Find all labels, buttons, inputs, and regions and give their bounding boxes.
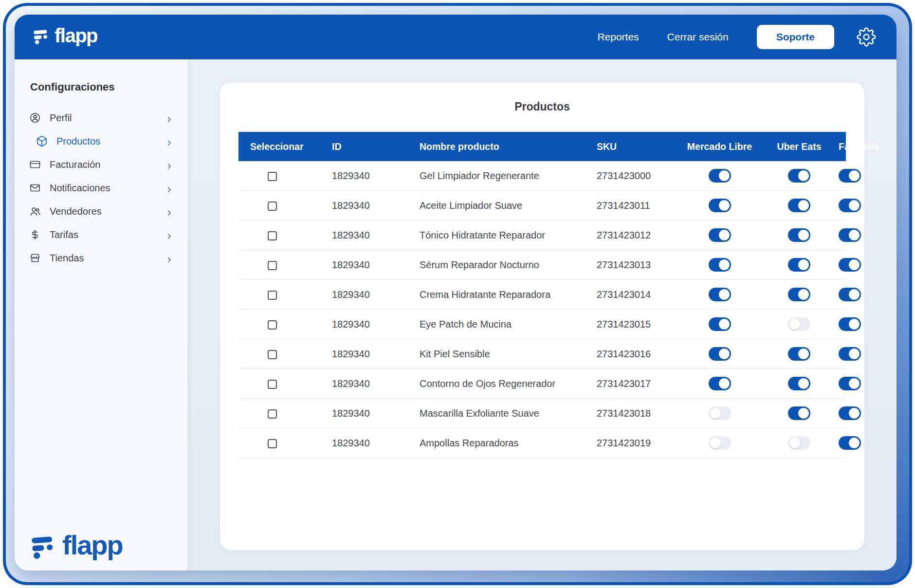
cell-uber-eats [760, 310, 839, 339]
sidebar-item-notificaciones[interactable]: Notificaciones [15, 176, 187, 200]
row-checkbox[interactable] [268, 350, 277, 359]
cell-falabella [839, 220, 846, 250]
toggle-falabella[interactable] [839, 436, 861, 450]
cell-product-name: Kit Piel Sensible [405, 339, 585, 369]
toggle-uber-eats[interactable] [788, 228, 810, 242]
cell-select [238, 428, 318, 458]
cell-select [238, 339, 318, 369]
cell-sku: 2731423017 [585, 369, 679, 399]
header-brand-logo[interactable]: flapp [32, 26, 97, 48]
toggle-falabella[interactable] [839, 228, 861, 242]
toggle-mercado-libre[interactable] [709, 199, 731, 212]
toggle-falabella[interactable] [839, 406, 861, 420]
column-header-seleccionar: Seleccionar [238, 132, 318, 161]
cell-id: 1829340 [318, 161, 405, 191]
cell-uber-eats [760, 250, 839, 280]
toggle-uber-eats[interactable] [788, 347, 810, 361]
toggle-knob [849, 200, 860, 211]
cell-sku: 2731423013 [585, 250, 679, 280]
toggle-mercado-libre[interactable] [709, 406, 731, 420]
sidebar-item-tarifas[interactable]: Tarifas [15, 223, 187, 246]
cell-select [238, 280, 318, 310]
products-table: SeleccionarIDNombre productoSKUMercado L… [238, 132, 846, 458]
toggle-mercado-libre[interactable] [709, 377, 731, 390]
toggle-mercado-libre[interactable] [709, 347, 731, 361]
toggle-uber-eats[interactable] [788, 288, 810, 301]
toggle-falabella[interactable] [839, 347, 861, 361]
cell-id: 1829340 [318, 250, 405, 280]
toggle-knob [719, 200, 730, 211]
cell-mercado-libre [679, 399, 760, 428]
toggle-uber-eats[interactable] [788, 377, 810, 390]
toggle-mercado-libre[interactable] [709, 436, 731, 450]
sidebar-item-tiendas[interactable]: Tiendas [15, 246, 187, 270]
frame-background: flapp Reportes Cerrar sesión Soporte [6, 6, 909, 582]
toggle-falabella[interactable] [839, 258, 861, 272]
cell-select [238, 250, 318, 280]
toggle-knob [849, 289, 860, 300]
sidebar-item-facturacion[interactable]: Facturación [15, 153, 187, 176]
row-checkbox[interactable] [268, 202, 277, 211]
toggle-uber-eats[interactable] [788, 199, 810, 212]
cell-mercado-libre [679, 250, 760, 280]
cell-falabella [839, 280, 846, 310]
cell-id: 1829340 [318, 339, 405, 369]
toggle-mercado-libre[interactable] [709, 258, 731, 272]
cell-falabella [839, 161, 846, 191]
toggle-knob [789, 438, 800, 448]
toggle-falabella[interactable] [839, 199, 861, 212]
row-checkbox[interactable] [268, 409, 277, 419]
table-row: 1829340Kit Piel Sensible2731423016 [238, 339, 846, 369]
toggle-falabella[interactable] [839, 377, 861, 390]
sidebar-item-perfil[interactable]: Perfil [15, 106, 187, 129]
cell-product-name: Gel Limpiador Regenerante [405, 161, 585, 191]
toggle-mercado-libre[interactable] [709, 288, 731, 301]
cell-sku: 2731423000 [585, 161, 679, 191]
row-checkbox[interactable] [268, 172, 277, 181]
toggle-uber-eats[interactable] [788, 436, 810, 450]
sidebar-item-productos[interactable]: Productos [15, 129, 187, 153]
table-row: 1829340Contorno de Ojos Regenerador27314… [238, 369, 846, 399]
row-checkbox[interactable] [268, 320, 277, 330]
gear-icon[interactable] [857, 27, 876, 47]
sidebar-item-vendedores[interactable]: Vendedores [15, 200, 187, 223]
cell-sku: 2731423019 [585, 428, 679, 458]
row-checkbox[interactable] [268, 439, 277, 448]
toggle-knob [849, 259, 860, 270]
toggle-knob [719, 230, 730, 240]
toggle-knob [798, 170, 809, 181]
toggle-mercado-libre[interactable] [709, 169, 731, 183]
app-window: flapp Reportes Cerrar sesión Soporte [15, 15, 897, 570]
toggle-uber-eats[interactable] [788, 406, 810, 420]
toggle-falabella[interactable] [839, 317, 861, 331]
row-checkbox[interactable] [268, 261, 277, 270]
top-nav: Reportes Cerrar sesión Soporte [597, 25, 876, 49]
cell-falabella [839, 399, 846, 428]
toggle-mercado-libre[interactable] [709, 317, 731, 331]
cell-uber-eats [760, 369, 839, 399]
row-checkbox[interactable] [268, 291, 277, 300]
table-row: 1829340Eye Patch de Mucina2731423015 [238, 310, 846, 339]
cell-product-name: Sérum Reparador Nocturno [405, 250, 585, 280]
cell-id: 1829340 [318, 280, 405, 310]
cell-product-name: Ampollas Reparadoras [405, 428, 585, 458]
row-checkbox[interactable] [268, 231, 277, 240]
cell-mercado-libre [679, 191, 760, 220]
toggle-mercado-libre[interactable] [709, 228, 731, 242]
users-icon [29, 205, 41, 217]
toggle-uber-eats[interactable] [788, 258, 810, 272]
toggle-uber-eats[interactable] [788, 317, 810, 331]
nav-reportes[interactable]: Reportes [597, 31, 639, 43]
chevron-right-icon [165, 161, 173, 168]
toggle-falabella[interactable] [839, 288, 861, 301]
cell-id: 1829340 [318, 428, 405, 458]
table-row: 1829340Crema Hidratante Reparadora273142… [238, 280, 846, 310]
cell-product-name: Eye Patch de Mucina [405, 310, 585, 339]
support-button[interactable]: Soporte [757, 25, 834, 49]
cell-uber-eats [760, 280, 839, 310]
toggle-falabella[interactable] [839, 169, 861, 183]
toggle-uber-eats[interactable] [788, 169, 810, 183]
nav-cerrar-sesion[interactable]: Cerrar sesión [667, 31, 729, 43]
brand-name: flapp [55, 26, 97, 48]
row-checkbox[interactable] [268, 380, 277, 389]
